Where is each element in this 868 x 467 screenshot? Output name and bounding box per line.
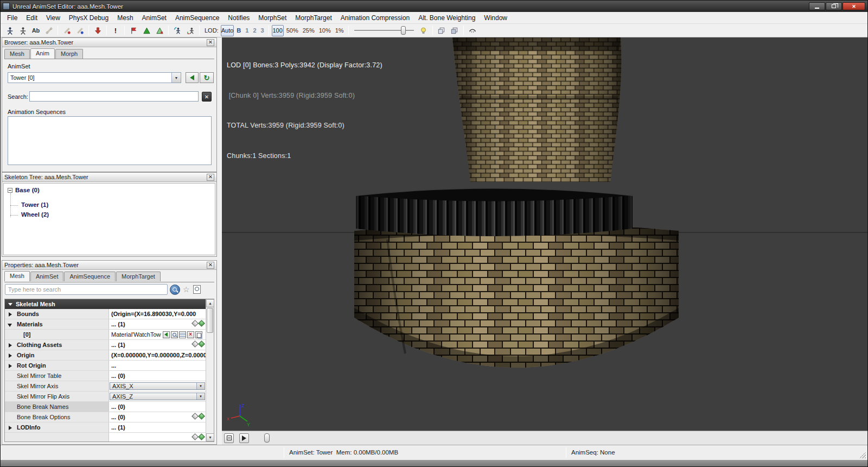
chevron-down-icon[interactable]: ▼ [196, 393, 205, 400]
tab-anim[interactable]: Anim [30, 48, 55, 59]
property-row-bounds[interactable]: Bounds (Origin=(X=16.890030,Y=0.000 [5, 309, 206, 319]
property-row-bone-break-names[interactable]: Bone Break Names ... (0) [5, 402, 206, 412]
timeline-slider-thumb[interactable] [264, 433, 270, 443]
favorites-star-icon[interactable]: ☆ [183, 285, 190, 294]
restore-button[interactable] [826, 2, 842, 10]
expander-icon[interactable] [9, 312, 12, 317]
toolbar-slider[interactable] [354, 26, 414, 35]
clear-search-button[interactable]: ✕ [202, 92, 212, 102]
browser-panel-titlebar[interactable]: Browser: aaa.Mesh.Tower ✕ [2, 38, 216, 47]
show-skeleton-button[interactable] [17, 25, 29, 36]
show-bones-button[interactable] [43, 25, 55, 36]
find-in-browser-icon[interactable] [171, 331, 178, 338]
menu-item-animset[interactable]: AnimSet [138, 12, 171, 23]
lod-3-button[interactable]: 3 [259, 27, 266, 34]
sequence-search-input[interactable] [29, 91, 199, 102]
menu-item-alt-bone-weighting[interactable]: Alt. Bone Weighting [414, 12, 480, 23]
tree-node-base[interactable]: Base (0) [8, 187, 40, 193]
menu-item-animation-compression[interactable]: Animation Compression [336, 12, 414, 23]
properties-panel-titlebar[interactable]: Properties: aaa.Mesh.Tower ✕ [2, 261, 216, 270]
play-animation-button[interactable] [239, 433, 249, 443]
expander-icon[interactable] [9, 354, 12, 358]
menu-item-morphtarget[interactable]: MorphTarget [291, 12, 336, 23]
tab-prop-mesh[interactable]: Mesh [4, 271, 30, 281]
lod-1-button[interactable]: 1 [243, 27, 251, 34]
show-list-icon[interactable] [179, 331, 186, 338]
expander-icon[interactable] [8, 324, 12, 327]
chevron-down-icon[interactable]: ▼ [196, 383, 205, 389]
property-grid-scrollbar[interactable]: ▲ ▼ [206, 299, 214, 441]
property-row-skel-mirror-axis[interactable]: Skel Mirror Axis AXIS_X▼ [5, 381, 206, 392]
properties-close-button[interactable]: ✕ [207, 262, 214, 269]
socket-manager-button[interactable] [4, 25, 16, 36]
speed-1-button[interactable]: 1% [333, 27, 346, 34]
clear-reference-icon[interactable]: × [187, 331, 194, 338]
property-row-clothing-assets[interactable]: Clothing Assets ... (1) [5, 340, 206, 350]
property-row-material-0[interactable]: [0] Material'WatchTow × [5, 330, 206, 340]
category-skeletal-mesh[interactable]: Skeletal Mesh [5, 299, 206, 309]
add-item-icon[interactable] [198, 340, 205, 348]
property-row-skel-mirror-flip-axis[interactable]: Skel Mirror Flip Axis AXIS_Z▼ [5, 392, 206, 402]
menu-item-window[interactable]: Window [480, 12, 512, 23]
speed-100-button[interactable]: 100 [272, 25, 284, 36]
scroll-up-icon[interactable]: ▲ [206, 299, 214, 307]
cloth-sim-button[interactable] [141, 25, 152, 36]
expander-icon[interactable] [9, 426, 12, 430]
menu-item-morphset[interactable]: MorphSet [254, 12, 291, 23]
use-selected-animset-button[interactable] [186, 72, 199, 83]
resize-grip[interactable] [859, 452, 866, 458]
expander-icon[interactable] [9, 343, 12, 348]
animset-dropdown[interactable]: Tower [0] ▼ [8, 72, 181, 83]
property-row-materials[interactable]: Materials ... (1) [5, 319, 206, 330]
tab-prop-morphtarget[interactable]: MorphTarget [116, 272, 161, 281]
chevron-down-icon[interactable]: ▼ [171, 73, 181, 83]
physx-debug-button[interactable] [184, 25, 196, 36]
lod-auto-button[interactable]: Auto [221, 25, 234, 36]
property-row-partial[interactable] [5, 433, 206, 442]
add-item-icon[interactable] [198, 320, 205, 327]
property-row-lodinfo[interactable]: LODInfo ... (1) [5, 422, 206, 433]
menu-item-edit[interactable]: Edit [22, 12, 42, 23]
show-notifies-button[interactable] [127, 25, 139, 36]
tab-morph[interactable]: Morph [55, 49, 83, 59]
tree-expander-icon[interactable] [8, 188, 12, 193]
bone-weights-button[interactable] [74, 25, 86, 36]
tree-node-tower[interactable]: Tower (1) [21, 201, 48, 208]
clone-window-alt-button[interactable] [449, 25, 461, 36]
skeleton-panel-titlebar[interactable]: Skeleton Tree: aaa.Mesh.Tower ✕ [2, 173, 216, 182]
import-mesh-lod-button[interactable] [92, 25, 104, 36]
skeleton-close-button[interactable]: ✕ [207, 174, 214, 181]
speed-50-button[interactable]: 50% [284, 27, 301, 34]
3d-viewport[interactable]: LOD [0] Bones:3 Polys:3942 (Display Fact… [222, 37, 868, 445]
close-button[interactable]: ✕ [843, 2, 865, 10]
lod-2-button[interactable]: 2 [251, 27, 258, 34]
animation-sequences-list[interactable] [8, 116, 212, 165]
expander-icon[interactable] [9, 364, 12, 368]
add-item-icon[interactable] [198, 433, 205, 440]
property-row-origin[interactable]: Origin (X=0.000000,Y=0.000000,Z=0.0000 [5, 350, 206, 361]
search-icon[interactable] [170, 285, 180, 295]
tab-prop-animsequence[interactable]: AnimSequence [64, 272, 116, 281]
speed-10-button[interactable]: 10% [317, 27, 333, 34]
tab-mesh[interactable]: Mesh [4, 49, 30, 59]
speed-25-button[interactable]: 25% [301, 27, 317, 34]
array-ops-icon[interactable] [192, 433, 199, 440]
scrollbar-thumb[interactable] [207, 308, 213, 333]
vertex-info-button[interactable]: ! [110, 25, 122, 36]
properties-search-input[interactable] [5, 284, 168, 295]
property-row-skel-mirror-table[interactable]: Skel Mirror Table ... (0) [5, 371, 206, 381]
show-bone-names-button[interactable]: Ab [30, 25, 42, 36]
toggle-lighting-button[interactable] [418, 25, 430, 36]
use-selected-icon[interactable] [163, 331, 170, 338]
browser-close-button[interactable]: ✕ [207, 39, 214, 46]
physx-sim-button[interactable] [171, 25, 183, 36]
clone-window-button[interactable] [436, 25, 448, 36]
cloth-wind-button[interactable] [154, 25, 165, 36]
menu-item-mesh[interactable]: Mesh [113, 12, 137, 23]
add-item-icon[interactable] [198, 413, 205, 420]
skel-mirror-axis-dropdown[interactable]: AXIS_X▼ [110, 382, 205, 390]
tree-node-wheel[interactable]: Wheel (2) [21, 211, 49, 218]
array-ops-icon[interactable] [192, 320, 199, 327]
lod-base-button[interactable]: B [234, 27, 243, 34]
skel-mirror-flip-axis-dropdown[interactable]: AXIS_Z▼ [110, 393, 205, 400]
